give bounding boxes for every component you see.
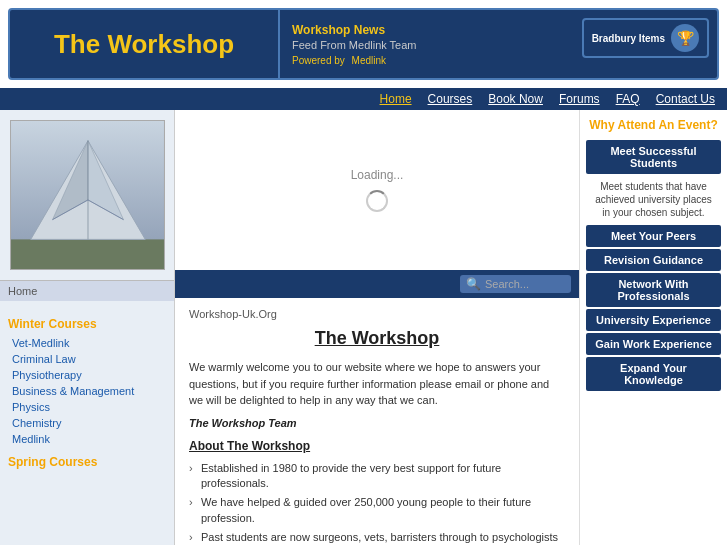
right-sidebar-title: Why Attend An Event? — [586, 118, 721, 132]
left-sidebar: Home Winter Courses Vet-Medlink Criminal… — [0, 110, 175, 545]
content-header-bar: 🔍 Search... — [175, 270, 579, 298]
bullet-2: We have helped & guided over 250,000 you… — [189, 493, 565, 528]
badge-text: Bradbury Items — [592, 33, 665, 44]
header: The Workshop Workshop News Feed From Med… — [8, 8, 719, 80]
right-meet-peers[interactable]: Meet Your Peers — [586, 225, 721, 247]
about-title: About The Workshop — [189, 439, 565, 453]
hero-image — [10, 120, 165, 270]
right-meet-successful[interactable]: Meet Successful Students — [586, 140, 721, 174]
sidebar-link-business[interactable]: Business & Management — [8, 383, 166, 399]
nav-home[interactable]: Home — [380, 92, 412, 106]
nav-forums[interactable]: Forums — [559, 92, 600, 106]
sidebar-link-physiotherapy[interactable]: Physiotherapy — [8, 367, 166, 383]
sidebar-nav: Winter Courses Vet-Medlink Criminal Law … — [0, 301, 174, 481]
loading-area: Loading... — [175, 110, 579, 270]
right-meet-successful-desc: Meet students that have achieved univers… — [586, 176, 721, 225]
welcome-text: We warmly welcome you to our website whe… — [189, 359, 565, 409]
nav-courses[interactable]: Courses — [428, 92, 473, 106]
bullet-3: Past students are now surgeons, vets, ba… — [189, 528, 565, 545]
sidebar-link-criminal-law[interactable]: Criminal Law — [8, 351, 166, 367]
search-input[interactable]: Search... — [485, 278, 565, 290]
sidebar-link-chemistry[interactable]: Chemistry — [8, 415, 166, 431]
right-revision[interactable]: Revision Guidance — [586, 249, 721, 271]
page-title-center: The Workshop — [189, 328, 565, 349]
right-expand[interactable]: Expand Your Knowledge — [586, 357, 721, 391]
search-bar[interactable]: 🔍 Search... — [460, 275, 571, 293]
loading-spinner — [366, 190, 388, 212]
right-sidebar: Why Attend An Event? Meet Successful Stu… — [579, 110, 727, 545]
right-network[interactable]: Network With Professionals — [586, 273, 721, 307]
search-icon: 🔍 — [466, 277, 481, 291]
breadcrumb-left: Home — [0, 280, 174, 301]
header-badge[interactable]: Bradbury Items 🏆 — [582, 18, 709, 58]
sidebar-link-vet-medlink[interactable]: Vet-Medlink — [8, 335, 166, 351]
nav-contact-us[interactable]: Contact Us — [656, 92, 715, 106]
site-title: The Workshop — [54, 29, 234, 60]
team-label: The Workshop Team — [189, 417, 565, 429]
bullets-list: Established in 1980 to provide the very … — [189, 459, 565, 546]
site-url: Workshop-Uk.Org — [189, 308, 565, 320]
content-body: Workshop-Uk.Org The Workshop We warmly w… — [175, 298, 579, 545]
svg-rect-1 — [11, 239, 164, 269]
sidebar-link-medlink[interactable]: Medlink — [8, 431, 166, 447]
header-title-area: The Workshop — [10, 10, 280, 78]
spring-courses-title: Spring Courses — [8, 455, 166, 469]
nav-book-now[interactable]: Book Now — [488, 92, 543, 106]
right-work-exp[interactable]: Gain Work Experience — [586, 333, 721, 355]
right-university[interactable]: University Experience — [586, 309, 721, 331]
badge-icon: 🏆 — [671, 24, 699, 52]
winter-courses-title: Winter Courses — [8, 317, 166, 331]
sidebar-link-physics[interactable]: Physics — [8, 399, 166, 415]
loading-text: Loading... — [351, 168, 404, 182]
nav-faq[interactable]: FAQ — [616, 92, 640, 106]
center-content: Loading... 🔍 Search... Workshop-Uk.Org T… — [175, 110, 579, 545]
main-layout: Home Winter Courses Vet-Medlink Criminal… — [0, 110, 727, 545]
navbar: Home Courses Book Now Forums FAQ Contact… — [0, 88, 727, 110]
bullet-1: Established in 1980 to provide the very … — [189, 459, 565, 494]
